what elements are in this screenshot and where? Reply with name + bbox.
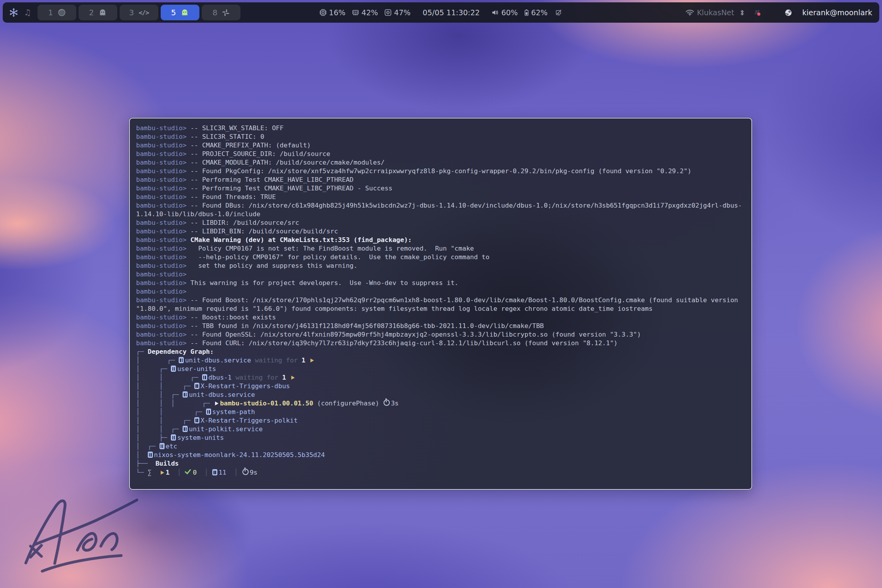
code-icon: </> bbox=[139, 9, 149, 16]
top-bar-right: KlukasNet kierank@moonlark bbox=[686, 8, 879, 17]
terminal-line: "1.80.0", minimum required is "1.66.0") … bbox=[136, 305, 745, 313]
notifications-muted-icon[interactable] bbox=[555, 9, 563, 16]
workspace-3[interactable]: 3</> bbox=[120, 5, 158, 20]
workspace-number: 2 bbox=[89, 8, 94, 17]
terminal-line: bambu-studio> -- Found Threads: TRUE bbox=[136, 193, 745, 201]
memory-value: 42% bbox=[362, 8, 378, 17]
terminal-line: bambu-studio> -- SLIC3R_STATIC: 0 bbox=[136, 133, 745, 141]
terminal-line: bambu-studio> bbox=[136, 270, 745, 279]
music-note-icon[interactable]: ♫ bbox=[24, 8, 31, 17]
clock: 05/05 11:30:22 bbox=[423, 8, 480, 17]
slack-icon bbox=[222, 9, 229, 16]
running-arrow-icon bbox=[310, 359, 314, 362]
ghost-icon bbox=[181, 9, 189, 17]
terminal-line: bambu-studio> bbox=[136, 287, 745, 296]
steam-icon[interactable] bbox=[785, 9, 792, 16]
workspace-2[interactable]: 2 bbox=[79, 5, 117, 20]
terminal-line: bambu-studio> -- PROJECT_SOURCE_DIR: /bu… bbox=[136, 150, 745, 158]
workspace-1[interactable]: 1 bbox=[38, 5, 76, 20]
ghost-icon bbox=[99, 9, 107, 17]
battery-icon bbox=[524, 9, 529, 16]
terminal-line: ┌─ Dependency Graph: bbox=[136, 348, 745, 356]
paused-icon bbox=[212, 469, 217, 475]
memory-icon bbox=[352, 9, 359, 16]
workspace-5-active[interactable]: 5 bbox=[161, 5, 199, 20]
terminal-line: bambu-studio> -- LIBDIR_BIN: /build/sour… bbox=[136, 227, 745, 236]
app-indicator-red-dot-icon[interactable] bbox=[754, 9, 761, 16]
cpu-stat: 16% bbox=[319, 8, 345, 17]
terminal-line: │ ┌─ etc bbox=[136, 442, 745, 451]
terminal-line: bambu-studio> -- Found CURL: /nix/store/… bbox=[136, 339, 745, 348]
memory-stat: 42% bbox=[352, 8, 378, 17]
workspace-switcher: 123</>58 bbox=[38, 5, 240, 20]
paused-icon bbox=[194, 417, 199, 423]
bluetooth-icon[interactable] bbox=[740, 9, 744, 16]
terminal-line: ├── Builds bbox=[136, 459, 745, 468]
timer-icon bbox=[384, 400, 390, 406]
terminal-line: bambu-studio> -- LIBDIR: /build/source/s… bbox=[136, 219, 745, 227]
terminal-line: bambu-studio> CMake Warning (dev) at CMa… bbox=[136, 236, 745, 244]
terminal-line: │ │ ┌─ X-Restart-Triggers-dbus bbox=[136, 382, 745, 391]
terminal-line: bambu-studio> -- Performing Test CMAKE_H… bbox=[136, 184, 745, 193]
paused-icon bbox=[202, 374, 207, 380]
terminal-line: bambu-studio> -- CMAKE_PREFIX_PATH: (def… bbox=[136, 141, 745, 150]
paused-icon bbox=[179, 357, 184, 363]
cpu-value: 16% bbox=[329, 8, 345, 17]
system-stats: 16% 42% 47% 05/05 11:30:22 60% 62% bbox=[319, 8, 562, 17]
disk-stat: 47% bbox=[385, 8, 411, 17]
terminal-line: bambu-studio> -- Found PkgConfig: /nix/s… bbox=[136, 167, 745, 176]
terminal-line: bambu-studio> --help-policy CMP0167" for… bbox=[136, 253, 745, 262]
terminal-line: │ nixos-system-moonlark-24.11.20250505.5… bbox=[136, 451, 745, 459]
disk-value: 47% bbox=[394, 8, 411, 17]
system-tray bbox=[754, 8, 792, 17]
sphere-icon bbox=[58, 9, 66, 16]
paused-icon bbox=[171, 434, 176, 441]
paused-icon bbox=[194, 383, 199, 389]
running-arrow-icon bbox=[291, 376, 295, 380]
terminal-line: bambu-studio> -- Performing Test CMAKE_H… bbox=[136, 176, 745, 184]
snowflake-icon[interactable] bbox=[768, 8, 778, 17]
timer-icon bbox=[242, 469, 249, 475]
artist-signature bbox=[19, 483, 148, 581]
paused-icon bbox=[171, 366, 176, 372]
terminal-line: │ │ ┌─ dbus-1 waiting for 1 bbox=[136, 373, 745, 382]
workspace-number: 5 bbox=[171, 8, 176, 17]
workspace-number: 8 bbox=[212, 8, 217, 17]
terminal-line: bambu-studio> -- CMAKE_MODULE_PATH: /bui… bbox=[136, 158, 745, 167]
terminal-line: bambu-studio> -- Found DBus: /nix/store/… bbox=[136, 201, 745, 210]
paused-icon bbox=[160, 443, 165, 449]
paused-icon bbox=[206, 409, 211, 415]
check-icon bbox=[185, 468, 192, 474]
terminal-line: │ ┌─ unit-dbus.service waiting for 1 bbox=[136, 356, 745, 365]
network-ssid[interactable]: KlukasNet bbox=[697, 8, 734, 17]
terminal-line: bambu-studio> -- Boost::boost exists bbox=[136, 313, 745, 322]
terminal-line: │ ┌─ user-units bbox=[136, 365, 745, 373]
paused-icon bbox=[183, 391, 188, 398]
wifi-icon[interactable] bbox=[686, 9, 694, 16]
top-bar: ♫ 123</>58 16% 42% 47% 05/05 11:30:22 60… bbox=[3, 2, 879, 23]
terminal-line: │ │ ┌─ unit-polkit.service bbox=[136, 425, 745, 434]
speaker-icon bbox=[491, 9, 499, 16]
terminal-line: bambu-studio> This warning is for projec… bbox=[136, 279, 745, 287]
building-arrow-icon bbox=[215, 402, 219, 405]
cpu-icon bbox=[319, 9, 326, 16]
terminal-line: bambu-studio> -- SLIC3R_WX_STABLE: OFF bbox=[136, 124, 745, 133]
battery-stat: 62% bbox=[524, 8, 547, 17]
workspace-number: 1 bbox=[48, 8, 53, 17]
terminal-line: bambu-studio> Policy CMP0167 is not set:… bbox=[136, 244, 745, 253]
terminal-line: bambu-studio> -- TBB found in /nix/store… bbox=[136, 322, 745, 330]
workspace-8[interactable]: 8 bbox=[202, 5, 240, 20]
terminal-line: │ │ ┌─ system-path bbox=[136, 408, 745, 416]
nix-launcher-icon[interactable] bbox=[8, 7, 19, 18]
paused-icon bbox=[148, 452, 153, 458]
running-arrow-icon bbox=[161, 471, 164, 475]
battery-value: 62% bbox=[531, 8, 547, 17]
paused-icon bbox=[183, 426, 188, 432]
terminal-line: │ │ │ ┌─ bambu-studio-01.00.01.50 (confi… bbox=[136, 399, 745, 408]
terminal-window[interactable]: bambu-studio> -- SLIC3R_WX_STABLE: OFFba… bbox=[129, 118, 752, 490]
terminal-line: bambu-studio> set the policy and suppres… bbox=[136, 262, 745, 270]
user-host-label: kierank@moonlark bbox=[802, 8, 872, 17]
disk-icon bbox=[385, 9, 392, 16]
volume-value: 60% bbox=[501, 8, 518, 17]
volume-stat[interactable]: 60% bbox=[491, 8, 518, 17]
